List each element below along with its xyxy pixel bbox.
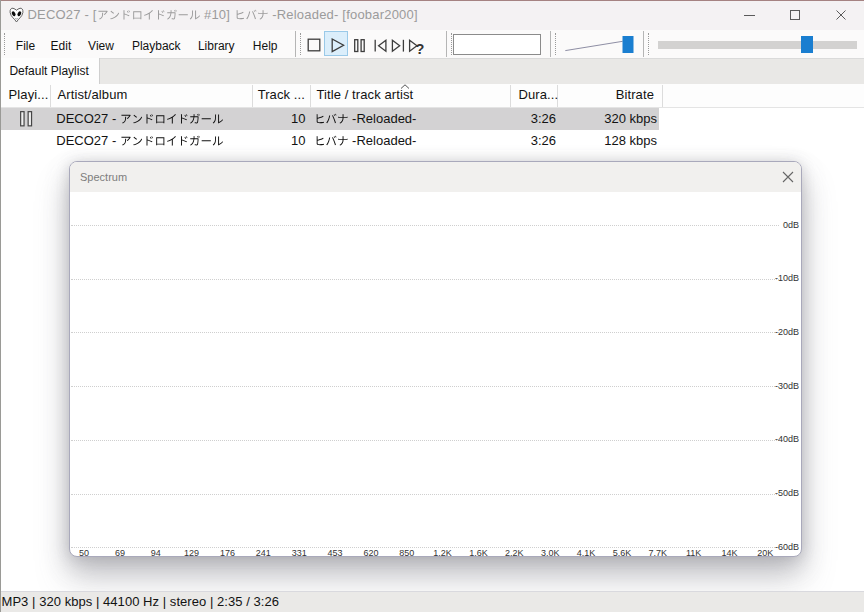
svg-text:?: ? bbox=[416, 41, 425, 57]
